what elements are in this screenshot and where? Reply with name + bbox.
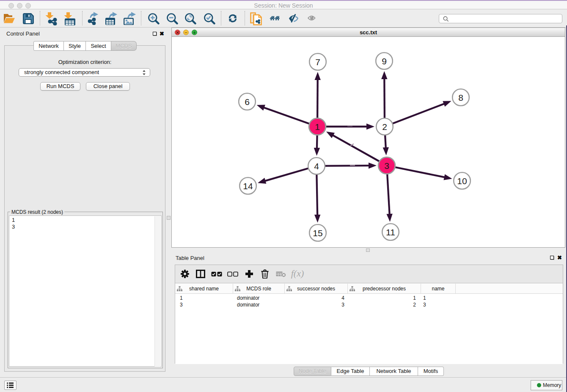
svg-text:14: 14 [243, 181, 253, 191]
svg-text:f(x): f(x) [291, 269, 304, 279]
svg-text:8: 8 [458, 93, 463, 102]
svg-text:1: 1 [315, 122, 320, 132]
svg-text:7: 7 [315, 57, 320, 67]
svg-text:2: 2 [382, 122, 387, 132]
svg-text:9: 9 [382, 56, 387, 66]
svg-text:15: 15 [313, 228, 322, 238]
svg-text:6: 6 [245, 97, 250, 107]
svg-text:3: 3 [384, 161, 389, 171]
svg-text:4: 4 [314, 161, 319, 171]
svg-text:11: 11 [386, 227, 395, 237]
svg-text:10: 10 [457, 176, 467, 186]
